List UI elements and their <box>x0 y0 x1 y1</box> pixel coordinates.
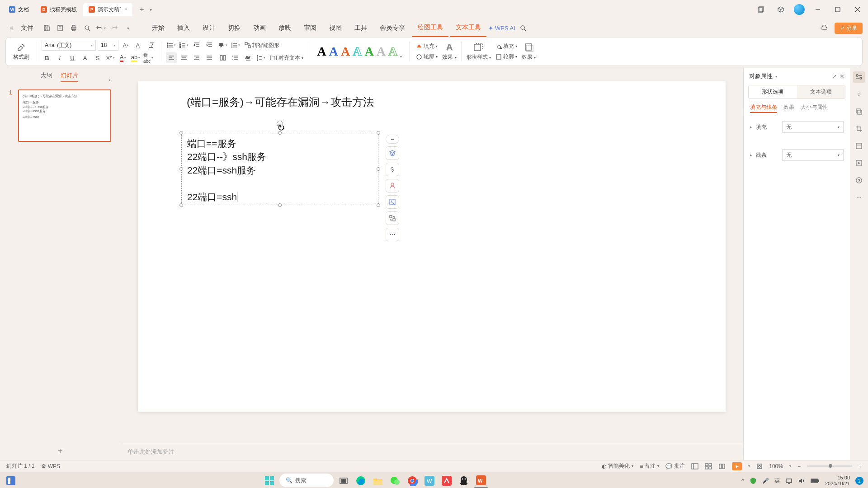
shape-fill-button[interactable]: 填充▾ <box>494 42 519 50</box>
image-icon[interactable] <box>386 195 399 209</box>
menu-drawtools[interactable]: 绘图工具 <box>412 19 448 37</box>
handle-ne[interactable] <box>377 131 380 135</box>
wps-ai-button[interactable]: ✦ WPS AI <box>488 25 515 32</box>
search-button[interactable] <box>517 22 529 34</box>
font-color-button[interactable]: A <box>118 52 128 63</box>
print-preview-icon[interactable] <box>54 22 66 34</box>
highlight-button[interactable]: ab <box>130 52 141 63</box>
size-prop-tab[interactable]: 大小与属性 <box>801 103 828 113</box>
share-button[interactable]: ↗ 分享 <box>835 23 863 34</box>
align-justify-button[interactable] <box>204 52 215 63</box>
wps-task-icon[interactable]: W <box>474 474 488 488</box>
notification-badge[interactable]: 2 <box>855 477 863 485</box>
wechat-icon[interactable] <box>388 474 402 488</box>
superscript-button[interactable]: X² <box>105 52 116 63</box>
menu-texttools[interactable]: 文本工具 <box>450 19 486 37</box>
wordart-4[interactable]: A <box>353 44 362 59</box>
line-height-button[interactable] <box>255 52 266 63</box>
edge-icon[interactable] <box>354 474 368 488</box>
menu-transition[interactable]: 切换 <box>222 19 246 37</box>
pin-icon[interactable]: ⤢ <box>832 73 837 80</box>
zoom-level[interactable]: 100% <box>769 463 783 469</box>
menu-vip[interactable]: 会员专享 <box>374 19 410 37</box>
wps-mode[interactable]: ⚙ WPS <box>41 463 60 469</box>
close-prop-icon[interactable]: ✕ <box>840 73 844 80</box>
cube-icon[interactable] <box>774 3 788 16</box>
file-menu[interactable]: 文件 <box>19 19 39 37</box>
wps-corner-icon[interactable] <box>4 474 18 488</box>
redo-button[interactable] <box>108 22 120 34</box>
notes-button[interactable]: ≡ 备注 ▾ <box>640 462 659 470</box>
menu-view[interactable]: 视图 <box>324 19 347 37</box>
wordart-2[interactable]: A <box>329 44 338 59</box>
outline-tab[interactable]: 大纲 <box>41 71 52 82</box>
ime-indicator[interactable]: 英 <box>774 477 780 485</box>
slide-layout-icon[interactable] <box>853 140 865 152</box>
save-icon[interactable] <box>41 22 52 34</box>
person-icon[interactable] <box>386 179 399 192</box>
slideshow-button[interactable]: ▶ <box>732 462 742 470</box>
more-side-icon[interactable]: ⋯ <box>853 192 865 203</box>
handle-w[interactable] <box>179 167 183 171</box>
newtab-dd-icon[interactable]: ▾ <box>150 7 152 12</box>
doc-tab-1[interactable]: W 文档 <box>4 3 34 16</box>
bold-button[interactable]: B <box>42 52 52 63</box>
handle-e[interactable] <box>377 167 380 171</box>
line-spacing-button[interactable] <box>230 40 241 51</box>
shape-options-tab[interactable]: 形状选项 <box>749 85 797 99</box>
font-size-select[interactable]: 18▾ <box>98 40 118 51</box>
wordart-1[interactable]: A <box>317 44 326 59</box>
menu-insert[interactable]: 插入 <box>172 19 195 37</box>
align-center-button[interactable] <box>179 52 189 63</box>
tray-mic-icon[interactable]: 🎤 <box>762 478 769 484</box>
handle-sw[interactable] <box>179 203 183 207</box>
beautify-button[interactable]: ◐ 智能美化 ▾ <box>602 462 633 470</box>
wordart-more-icon[interactable]: ▾ <box>400 55 402 59</box>
normal-view-icon[interactable] <box>691 463 698 469</box>
wordart-7[interactable]: A <box>388 44 397 59</box>
menu-review[interactable]: 审阅 <box>298 19 322 37</box>
more-qat-icon[interactable]: ▾ <box>122 22 134 34</box>
tray-security-icon[interactable] <box>750 477 757 484</box>
taskview-icon[interactable] <box>336 474 351 488</box>
zoom-slider[interactable] <box>807 465 852 467</box>
app-2-icon[interactable] <box>439 474 454 488</box>
numbering-button[interactable]: 123 <box>179 40 189 51</box>
text-effect-button[interactable]: A 效果 ▾ <box>442 42 456 61</box>
notes-pane[interactable]: 单击此处添加备注 <box>120 444 743 460</box>
doc-tab-2[interactable]: D 找稻壳模板 <box>35 3 82 16</box>
tray-expand-icon[interactable]: ^ <box>741 478 744 484</box>
layer-icon[interactable] <box>386 146 399 160</box>
phonetic-button[interactable]: 拼abc <box>143 52 154 63</box>
link-icon[interactable] <box>386 163 399 176</box>
comments-button[interactable]: 💬 批注 <box>665 462 685 470</box>
app-1-icon[interactable]: W <box>422 474 437 488</box>
start-button[interactable] <box>262 474 277 488</box>
wordart-3[interactable]: A <box>341 44 350 59</box>
add-slide-button[interactable]: + <box>0 442 120 460</box>
convert-icon[interactable] <box>386 211 399 225</box>
align-left-button[interactable] <box>166 52 177 63</box>
collapse-pane-icon[interactable]: ‹ <box>108 76 110 83</box>
fill-select[interactable]: 无▾ <box>782 121 844 133</box>
slide-textbox[interactable]: ↻ 端口==服务 22端口--》ssh服务 22端口=ssh服务 22端口=ss… <box>181 133 378 205</box>
wordart-6[interactable]: A <box>377 44 386 59</box>
indent-inc-button[interactable] <box>204 40 215 51</box>
smart-shape-button[interactable]: 转智能图形 <box>243 40 281 51</box>
duplicate-icon[interactable] <box>853 106 865 117</box>
app-menu-icon[interactable]: ≡ <box>5 22 17 34</box>
menu-start[interactable]: 开始 <box>146 19 170 37</box>
wordart-gallery[interactable]: A A A A A A A ▾ <box>315 44 405 59</box>
qq-icon[interactable] <box>457 474 471 488</box>
para-spacing-button[interactable] <box>230 52 241 63</box>
indent-dec-button[interactable] <box>191 40 202 51</box>
volume-icon[interactable] <box>798 478 805 484</box>
print-icon[interactable] <box>68 22 80 34</box>
cloud-icon[interactable] <box>818 22 830 34</box>
maximize-button[interactable] <box>831 3 844 16</box>
close-button[interactable] <box>851 3 864 16</box>
avatar[interactable] <box>794 4 805 15</box>
fill-line-tab[interactable]: 填充与线条 <box>750 103 777 113</box>
sorter-view-icon[interactable] <box>705 463 712 469</box>
shape-outline-button[interactable]: 轮廓▾ <box>494 53 519 61</box>
